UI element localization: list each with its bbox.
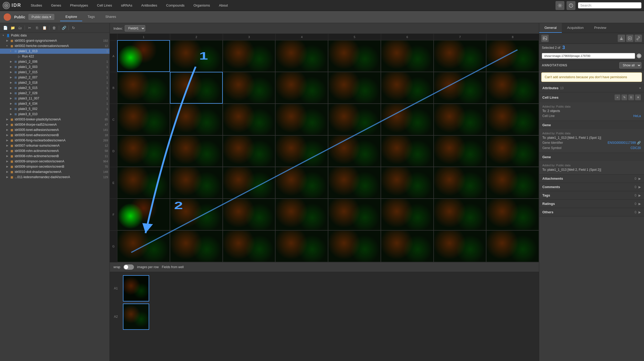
well-f6[interactable] [381, 199, 434, 230]
tree-root[interactable]: ▾ 👤 Public data [0, 33, 110, 38]
view-image-button[interactable] [541, 35, 549, 42]
ratings-header[interactable]: Ratings 0 ▶ [539, 200, 644, 208]
cell-lines-edit-button[interactable]: ✎ [621, 94, 627, 100]
nav-antibodies[interactable]: Antibodies [137, 2, 162, 9]
index-select[interactable]: Field#1 Field#2 Field#3 [125, 25, 145, 31]
well-f2[interactable] [170, 199, 223, 230]
link-button[interactable]: 🔗 [61, 25, 67, 31]
tab-tags[interactable]: Tags [82, 13, 100, 21]
well-e6[interactable] [381, 167, 434, 199]
well-e7[interactable] [434, 167, 486, 199]
well-d4[interactable] [275, 135, 328, 167]
well-b4[interactable] [275, 72, 328, 104]
sidebar-item-idr0008b[interactable]: ▶ ▦ idr0008-rohn-actinome/screenB 11 [0, 153, 110, 159]
sidebar-item-plate1-3-003[interactable]: ▶ ⊞ plate1_3_003 1 [0, 64, 110, 70]
sidebar-item-idr0010[interactable]: ▶ ▦ idr0010-doil-dnadamage/screenA 148 [0, 169, 110, 174]
well-e8[interactable] [486, 167, 539, 199]
well-d6[interactable] [381, 135, 434, 167]
refresh-button[interactable]: ↻ [70, 25, 77, 31]
well-g3[interactable] [223, 230, 276, 262]
sidebar-item-idr0004[interactable]: ▶ ▦ idr0004-thorpe-rad52/screenA 47 [0, 122, 110, 127]
nav-organisms[interactable]: Organisms [189, 2, 214, 9]
comments-header[interactable]: Comments 0 ▶ [539, 183, 644, 191]
paste-button[interactable]: 📋 [41, 25, 48, 31]
delete-button[interactable]: 🗑 [51, 25, 57, 31]
folder-button[interactable]: 🗂 [17, 25, 23, 31]
well-d1[interactable] [117, 135, 170, 167]
url-input[interactable] [542, 53, 635, 59]
well-d8[interactable] [486, 135, 539, 167]
well-d7[interactable] [434, 135, 486, 167]
sidebar-item-idr0008a[interactable]: ▶ ▦ idr0008-rohn-actinome/screenA 58 [0, 148, 110, 153]
well-c3[interactable] [223, 104, 276, 135]
well-a5[interactable] [328, 40, 381, 72]
sidebar-item-idr0005a[interactable]: ▶ ▦ idr0005-toret-adhesion/screenA 141 [0, 127, 110, 132]
well-a1[interactable] [117, 40, 170, 72]
sidebar-item-plate2-5-015[interactable]: ▶ ⊞ plate2_5_015 1 [0, 85, 110, 91]
thumbnail-a2[interactable] [123, 304, 149, 330]
well-b2[interactable] [170, 72, 223, 104]
well-a3[interactable] [223, 40, 276, 72]
sidebar-item-plate3-5-002[interactable]: ▶ ⊞ plate3_5_002 1 [0, 106, 110, 112]
well-b8[interactable] [486, 72, 539, 104]
well-e4[interactable] [275, 167, 328, 199]
sidebar-item-plate2-3-018[interactable]: ▶ ⊞ plate2_3_018 1 [0, 80, 110, 85]
well-b5[interactable] [328, 72, 381, 104]
link-share-button[interactable] [635, 35, 642, 42]
sidebar-item-idr0009b[interactable]: ▶ ▦ idr0009-simpson-secretion/screenB 70 [0, 164, 110, 169]
sidebar-item-plate3-4-034[interactable]: ▶ ⊞ plate3_4_034 1 [0, 101, 110, 106]
download-image-button[interactable] [618, 35, 625, 42]
sidebar-item-plate1-1-013[interactable]: ▾ ⊞ plate1_1_013 1 [0, 49, 110, 54]
nav-studies[interactable]: Studies [27, 2, 46, 9]
share-button[interactable] [626, 35, 633, 42]
sidebar-item-plate3-8-010[interactable]: ▶ ⊞ plate3_8_010 1 [0, 112, 110, 117]
show-all-select[interactable]: Show all [619, 62, 641, 68]
gene1-header[interactable]: Gene [539, 121, 644, 129]
search-input[interactable] [592, 3, 639, 7]
new-folder-button[interactable]: 📁 [9, 25, 16, 31]
well-e5[interactable] [328, 167, 381, 199]
gene-id-value[interactable]: ENSG00000117399 [608, 141, 636, 145]
tab-explore[interactable]: Explore [60, 13, 82, 21]
nav-genes[interactable]: Genes [47, 2, 65, 9]
well-d5[interactable] [328, 135, 381, 167]
cell-lines-add-button[interactable]: + [615, 94, 620, 100]
well-g1[interactable] [117, 230, 170, 262]
well-a2[interactable] [170, 40, 223, 72]
attachments-header[interactable]: Attachments 0 ▶ [539, 174, 644, 183]
well-f8[interactable] [486, 199, 539, 230]
nav-compounds[interactable]: Compounds [162, 2, 189, 9]
well-g2[interactable] [170, 230, 223, 262]
public-data-button[interactable]: Public data ▾ [28, 14, 54, 20]
wrap-toggle[interactable] [123, 264, 134, 270]
well-e1[interactable] [117, 167, 170, 199]
well-g5[interactable] [328, 230, 381, 262]
well-f4[interactable] [275, 199, 328, 230]
tags-header[interactable]: Tags 0 ▶ [539, 191, 644, 199]
well-e2[interactable] [170, 167, 223, 199]
well-g6[interactable] [381, 230, 434, 262]
settings-icon-button[interactable] [555, 1, 564, 10]
thumbnail-a1[interactable] [123, 275, 149, 301]
sidebar-item-idr0011[interactable]: ▶ ▦ ...011-ledesmafernandez-dad4/screenA… [0, 174, 110, 180]
sidebar-item-idr0003[interactable]: ▶ ▦ idr0003-breker-plasticity/screenA 85 [0, 117, 110, 122]
well-a8[interactable] [486, 40, 539, 72]
tab-preview[interactable]: Preview [589, 23, 611, 33]
sidebar-item-idr0001[interactable]: ▶ ▦ idr0001-graml-sysgro/screenA 192 [0, 38, 110, 43]
sidebar-item-idr0007[interactable]: ▶ ▦ idr0007-srikumar-sumo/screenA 12 [0, 143, 110, 148]
cut-button[interactable]: ✂ [27, 25, 33, 31]
tab-acquisition[interactable]: Acquisition [562, 23, 589, 33]
nav-about[interactable]: About [215, 2, 232, 9]
url-clear-button[interactable]: ✕ [637, 54, 641, 58]
well-c7[interactable] [434, 104, 486, 135]
well-g7[interactable] [434, 230, 486, 262]
sidebar-item-idr0009a[interactable]: ▶ ▦ idr0009-simpson-secretion/screenA 96… [0, 159, 110, 164]
well-c2[interactable] [170, 104, 223, 135]
sidebar-item-plate1-2-006[interactable]: ▶ ⊞ plate1_2_006 1 [0, 59, 110, 64]
well-a4[interactable] [275, 40, 328, 72]
nav-cell-lines[interactable]: Cell Lines [93, 2, 116, 9]
nav-sirnas[interactable]: siRNAs [117, 2, 136, 9]
new-file-button[interactable]: 📄 [2, 25, 8, 31]
nav-phenotypes[interactable]: Phenotypes [66, 2, 92, 9]
attributes-section-header[interactable]: Attributes 13 ▾ [539, 84, 644, 92]
